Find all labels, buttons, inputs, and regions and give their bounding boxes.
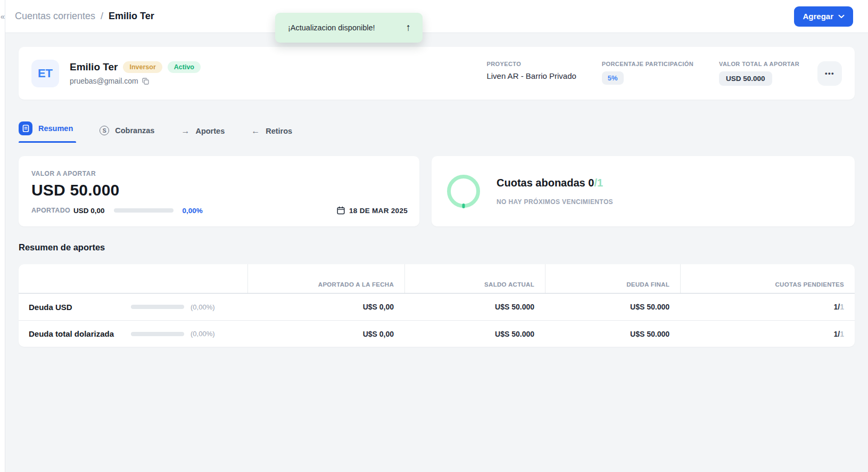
cell-cuotas: 1/1 [834,303,844,311]
toast-message: ¡Actualizacion disponible! [288,23,375,32]
cell-deuda: U$S 50.000 [630,303,669,311]
arrow-up-icon[interactable]: ↑ [406,22,411,34]
tab-bar: Resumen S Cobranzas → Aportes ← Retiros [19,121,855,143]
arrow-right-icon: → [181,127,189,135]
row-label: Deuda USD [29,303,131,312]
status-badge: Activo [168,61,201,73]
update-toast[interactable]: ¡Actualizacion disponible! ↑ [275,13,423,43]
copy-icon[interactable] [142,78,149,85]
cell-aportado: U$S 0,00 [363,303,394,311]
project-field: PROYECTO Liven AR - Barrio Privado [486,61,576,80]
tab-resumen[interactable]: Resumen [19,121,73,143]
tab-cobranzas[interactable]: S Cobranzas [100,126,154,143]
row-progress-bar [131,305,184,309]
cell-saldo: U$S 50.000 [495,330,534,338]
row-progress-bar [131,332,184,336]
valor-aportar-label: VALOR A APORTAR [31,170,407,177]
row-label: Deuda total dolarizada [29,329,131,338]
cuotas-donut-chart [447,175,480,208]
investor-email: pruebas@gmail.com [70,77,138,85]
valor-aportar-amount: USD 50.000 [31,181,407,199]
agregar-button-label: Agregar [803,12,833,21]
breadcrumb: Cuentas corrientes / Emilio Ter [15,11,154,22]
column-header-aportado: APORTADO A LA FECHA [247,264,404,293]
arrow-left-icon: ← [251,127,260,135]
aportado-percent: 0,00% [183,207,203,215]
breadcrumb-parent-link[interactable]: Cuentas corrientes [15,11,95,22]
participation-badge: 5% [602,71,624,85]
total-aportar-label: VALOR TOTAL A APORTAR [719,61,799,67]
participation-field: PORCENTAJE PARTICIPACIÓN 5% [602,61,693,85]
sidebar-collapse-icon[interactable]: « [0,11,7,22]
calendar-icon [337,206,345,215]
cuotas-title: Cuotas abonadas 0 [497,177,594,189]
cuotas-abonadas-card: Cuotas abonadas 0/1 NO HAY PRÓXIMOS VENC… [432,156,855,226]
aportado-progress-bar [114,208,173,213]
valor-aportar-card: VALOR A APORTAR USD 50.000 APORTADO USD … [19,156,419,226]
table-header-row: APORTADO A LA FECHA SALDO ACTUAL DEUDA F… [19,264,855,294]
role-badge: Inversor [123,61,162,73]
column-header-empty [19,264,247,293]
collapsed-sidebar-rail: « [0,0,5,472]
breadcrumb-separator: / [101,11,103,22]
table-row-deuda-usd: Deuda USD (0,00%) U$S 0,00 U$S 50.000 U$… [19,294,855,320]
date-value: 18 DE MAR 2025 [349,207,408,215]
section-title-resumen-aportes: Resumen de aportes [19,242,855,253]
document-icon [19,121,32,135]
table-row-deuda-total: Deuda total dolarizada (0,00%) U$S 0,00 … [19,320,855,347]
vencimientos-subtitle: NO HAY PRÓXIMOS VENCIMIENTOS [497,198,613,206]
column-header-saldo: SALDO ACTUAL [404,264,545,293]
column-header-cuotas: CUOTAS PENDIENTES [680,264,855,293]
tab-retiros-label: Retiros [266,127,292,135]
topbar: Cuentas corrientes / Emilio Ter Agregar [5,0,868,33]
cell-deuda: U$S 50.000 [630,330,669,338]
aportado-value: USD 0,00 [73,207,105,215]
aportado-label: APORTADO [31,207,70,214]
agregar-button[interactable]: Agregar [794,6,853,27]
chevron-down-icon [838,14,845,19]
date-selector[interactable]: 18 DE MAR 2025 [337,206,408,215]
tab-cobranzas-label: Cobranzas [115,126,154,135]
breadcrumb-current: Emilio Ter [109,11,154,22]
tab-aportes-label: Aportes [195,127,225,135]
investor-name: Emilio Ter [70,61,118,73]
row-percent: (0,00%) [191,330,215,338]
total-aportar-badge: USD 50.000 [719,71,772,86]
more-options-button[interactable]: ••• [817,61,842,86]
tab-retiros[interactable]: ← Retiros [251,127,292,143]
project-value: Liven AR - Barrio Privado [486,71,576,80]
project-label: PROYECTO [486,61,576,67]
total-aportar-field: VALOR TOTAL A APORTAR USD 50.000 [719,61,799,86]
participation-label: PORCENTAJE PARTICIPACIÓN [602,61,693,67]
aportes-table: APORTADO A LA FECHA SALDO ACTUAL DEUDA F… [19,264,855,347]
cell-saldo: U$S 50.000 [495,303,534,311]
avatar: ET [31,60,59,87]
row-percent: (0,00%) [191,303,215,311]
tab-aportes[interactable]: → Aportes [181,127,225,143]
tab-resumen-label: Resumen [38,124,73,133]
column-header-deuda: DEUDA FINAL [545,264,680,293]
cuotas-total: /1 [594,177,603,189]
investor-profile-card: ET Emilio Ter Inversor Activo pruebas@gm… [19,47,855,100]
cell-cuotas: 1/1 [834,330,844,338]
cell-aportado: U$S 0,00 [363,330,394,338]
s-circle-icon: S [100,126,109,135]
